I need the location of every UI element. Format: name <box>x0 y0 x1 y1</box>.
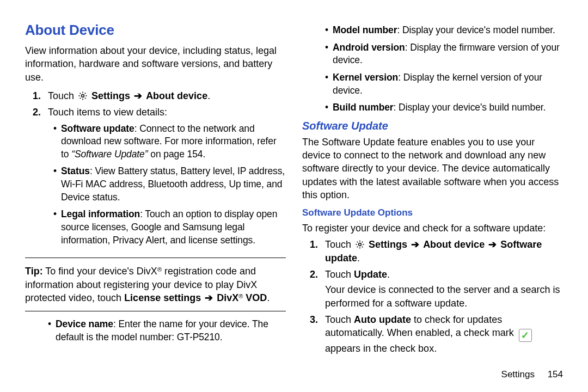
arrow-icon: ➔ <box>410 239 420 250</box>
step-number: 3. <box>310 313 325 356</box>
step-1-content: Touch Settings ➔ About device. <box>48 89 286 102</box>
bullet-status: • Status: View Battery status, Battery l… <box>53 165 286 204</box>
step-3-content: Touch Auto update to check for updates a… <box>325 313 563 356</box>
checkbox-checked-icon: ✓ <box>519 329 532 342</box>
step-number: 2. <box>310 268 325 310</box>
footer-page-number: 154 <box>548 369 563 379</box>
bullet-dot: • <box>53 208 61 247</box>
step-1: 1. Touch Settings ➔ About device. <box>33 89 286 102</box>
bullet-software-update: • Software update: Connect to the networ… <box>53 122 286 161</box>
bullet-dot: • <box>325 24 333 37</box>
footer-section: Settings <box>501 369 535 379</box>
heading-software-update: Software Update <box>302 119 563 133</box>
about-device-intro: View information about your device, incl… <box>25 44 286 84</box>
step-number: 1. <box>33 89 48 102</box>
register-intro: To register your device and check for a … <box>302 222 563 235</box>
gear-icon <box>355 240 365 249</box>
bullet-build-number: • Build number: Display your device's bu… <box>325 101 563 114</box>
tip-divider-top <box>25 258 286 258</box>
step-2: 2. Touch Update. Your device is connecte… <box>310 268 563 310</box>
bullet-dot: • <box>53 122 61 161</box>
bullet-device-name: • Device name: Enter the name for your d… <box>48 318 286 344</box>
tip-divider-bottom <box>25 311 286 311</box>
registered-mark: ® <box>157 266 162 273</box>
svg-point-0 <box>82 95 84 97</box>
right-column: • Model number: Display your device's mo… <box>302 21 563 359</box>
bullet-dot: • <box>325 71 333 97</box>
arrow-icon: ➔ <box>133 90 143 101</box>
update-steps: 1. Touch Settings ➔ About device ➔ Softw… <box>310 238 563 355</box>
bullet-dot: • <box>325 41 333 67</box>
post-tip-bullets: • Device name: Enter the name for your d… <box>48 318 286 344</box>
arrow-icon: ➔ <box>487 239 498 250</box>
heading-software-update-options: Software Update Options <box>302 207 563 219</box>
bullet-legal: • Legal information: Touch an option to … <box>53 208 286 247</box>
bullet-dot: • <box>53 165 61 204</box>
step-1-content: Touch Settings ➔ About device ➔ Software… <box>325 238 563 265</box>
bullet-android-version: • Android version: Display the firmware … <box>325 41 563 67</box>
step-number: 2. <box>33 106 48 251</box>
step-3: 3. Touch Auto update to check for update… <box>310 313 563 356</box>
bullet-dot: • <box>48 318 56 344</box>
spec-bullets: • Model number: Display your device's mo… <box>325 24 563 114</box>
detail-bullets: • Software update: Connect to the networ… <box>53 122 286 247</box>
left-column: About Device View information about your… <box>25 21 286 359</box>
registered-mark: ® <box>238 293 243 299</box>
step-2-content: Touch Update. Your device is connected t… <box>325 268 563 310</box>
bullet-dot: • <box>325 101 333 114</box>
bullet-model-number: • Model number: Display your device's mo… <box>325 24 563 37</box>
page-footer: Settings 154 <box>501 369 563 381</box>
arrow-icon: ➔ <box>204 292 214 303</box>
step-2: 2. Touch items to view details: • Softwa… <box>33 106 286 251</box>
step-1: 1. Touch Settings ➔ About device ➔ Softw… <box>310 238 563 265</box>
bullet-kernel-version: • Kernel version: Display the kernel ver… <box>325 71 563 97</box>
step-2-content: Touch items to view details: • Software … <box>48 106 286 251</box>
gear-icon <box>78 91 88 101</box>
software-update-intro: The Software Update feature enables you … <box>302 136 563 201</box>
heading-about-device: About Device <box>25 21 286 40</box>
tip-block: Tip: To find your device's DivX® registr… <box>25 265 286 304</box>
about-steps: 1. Touch Settings ➔ About device. 2. Tou… <box>33 89 286 251</box>
svg-point-1 <box>359 243 362 246</box>
step-number: 1. <box>310 238 325 265</box>
